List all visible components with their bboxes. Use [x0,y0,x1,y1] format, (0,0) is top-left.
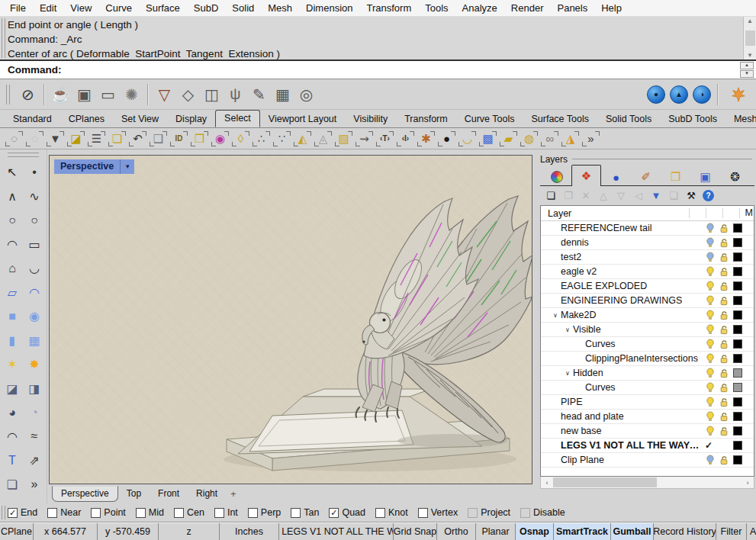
blend-curve-icon[interactable]: ≈ [24,425,46,449]
select-surfaces-icon[interactable]: ▰ [498,130,519,148]
menu-surface[interactable]: Surface [139,1,187,15]
new-sublayer-icon[interactable]: ❐ [562,190,574,201]
visibility-bulb-icon[interactable] [706,455,715,465]
checkbox-icon[interactable] [329,508,339,518]
checkbox-icon[interactable] [248,508,258,518]
visibility-bulb-icon[interactable] [706,266,715,277]
layer-name[interactable]: ENGINEERING DRAWINGS [561,295,682,306]
viewport-tab-right[interactable]: Right [188,487,226,501]
checkbox-icon[interactable] [136,508,146,518]
lock-icon[interactable] [719,223,729,233]
lock-icon[interactable] [719,267,729,277]
lock-icon[interactable] [719,281,729,291]
color-swatch[interactable] [733,267,742,276]
lock-icon[interactable] [719,238,729,248]
tab-subd-tools[interactable]: SubD Tools [660,111,725,127]
select-point-cloud-icon[interactable]: ∵ [272,130,292,148]
layer-name[interactable]: REFERENCEnew tail [561,223,651,233]
viewport-title-dropdown-icon[interactable]: ▼ [120,159,134,174]
layer-name[interactable]: EAGLE EXPLODED [561,281,647,291]
smarttrack-toggle[interactable]: SmartTrack [554,523,611,540]
move-up-icon[interactable]: △ [597,190,610,201]
viewport-tab-front[interactable]: Front [150,487,188,501]
tab-solid-tools[interactable]: Solid Tools [597,111,660,127]
boolean-union-icon[interactable]: ✶ [2,352,24,377]
color-swatch[interactable] [733,368,742,378]
osnap-end[interactable]: End [8,507,37,518]
rectangle-icon[interactable]: ▭ [24,233,46,257]
layer-row[interactable]: ClippingPlaneIntersections [541,352,754,366]
spin-up-icon[interactable]: ▲ [740,62,754,69]
hscroll-track[interactable] [553,477,742,488]
layer-name[interactable]: test2 [561,252,581,262]
lock-icon[interactable] [719,412,729,422]
control-point-curve-icon[interactable]: ∿ [24,185,46,209]
memory-indicator[interactable]: A [747,523,756,540]
lock-icon[interactable] [719,354,729,364]
visibility-bulb-icon[interactable] [706,237,715,248]
checkbox-icon[interactable] [520,508,530,518]
layer-column-header[interactable]: Layer [548,208,571,219]
select-open-polysurfaces-icon[interactable]: ◡ [457,130,478,148]
expand-chevron-icon[interactable]: ∨ [550,312,561,319]
layer-name[interactable]: Clip Plane [561,455,604,465]
command-history-scrollbar[interactable]: ▲ ▼ [743,17,756,59]
command-history[interactable]: End point or angle ( Length ) Command: _… [0,17,756,61]
scroll-down-icon[interactable]: ▼ [747,52,753,59]
tab-select[interactable]: Select [215,110,260,127]
menu-subd[interactable]: SubD [187,1,226,15]
explode-icon[interactable]: ✸ [24,352,46,377]
vray-gpu-render-icon[interactable]: ◑ [693,85,711,104]
visibility-bulb-icon[interactable] [706,397,715,407]
layer-row[interactable]: Curves [541,381,754,395]
invert-selection-icon[interactable]: ◪ [66,130,86,148]
delete-layer-icon[interactable]: ✕ [580,190,592,201]
vray-logo-icon[interactable]: ⊘ [16,82,40,106]
layer-row[interactable]: test2 [541,250,754,265]
cplane-button[interactable]: CPlane [0,523,34,540]
menu-analyze[interactable]: Analyze [455,1,504,15]
menu-render[interactable]: Render [504,1,551,15]
layer-row[interactable]: Clip Plane [541,453,754,468]
color-swatch[interactable] [733,441,742,450]
render-window-icon[interactable]: ▭ [96,82,120,106]
checkbox-icon[interactable] [214,508,224,518]
layer-tools-icon[interactable]: ⚒ [685,190,697,201]
select-control-points-icon[interactable]: ✱ [416,130,436,148]
polyline-icon[interactable]: ∧ [2,185,24,209]
layer-name[interactable]: new base [561,426,602,436]
scroll-up-icon[interactable]: ▲ [747,18,753,24]
osnap-near[interactable]: Near [47,507,81,518]
osnap-project[interactable]: Project [468,507,510,518]
tab-sun[interactable]: ❂ [720,168,750,186]
checkbox-icon[interactable] [418,508,428,518]
osnap-quad[interactable]: Quad [329,507,365,518]
layer-name[interactable]: head and plate [561,411,624,422]
render-in-window-icon[interactable]: ▣ [72,82,96,106]
color-swatch[interactable] [733,325,742,334]
osnap-mid[interactable]: Mid [136,507,164,518]
select-lights-icon[interactable]: ◬ [313,130,333,148]
curved-surface-icon[interactable]: ◠ [24,281,46,305]
units[interactable]: Inches [220,523,279,540]
color-swatch[interactable] [733,223,742,233]
select-by-color-icon[interactable]: ◉ [210,130,230,148]
spotlight-icon[interactable]: ▽ [153,82,176,106]
tab-display[interactable]: Display [167,111,215,127]
osnap-point[interactable]: Point [91,507,126,518]
layer-name[interactable]: Make2D [561,310,597,320]
color-swatch[interactable] [733,455,742,464]
text-icon[interactable]: T [2,448,24,473]
lock-icon[interactable] [719,383,729,393]
y-coordinate[interactable]: y -570.459 [98,523,159,540]
select-pyramid-icon[interactable]: ◮ [560,130,581,148]
visibility-bulb-icon[interactable] [706,252,715,262]
color-swatch[interactable] [733,412,742,421]
tab-properties[interactable] [542,168,571,186]
select-short-curves-icon[interactable]: ⇝ [354,130,375,148]
checkbox-icon[interactable] [291,508,301,518]
visibility-bulb-icon[interactable] [706,382,715,393]
layer-name[interactable]: PIPE [561,397,583,407]
layer-row[interactable]: ∨Make2D [541,308,754,323]
menu-mesh[interactable]: Mesh [261,1,299,15]
